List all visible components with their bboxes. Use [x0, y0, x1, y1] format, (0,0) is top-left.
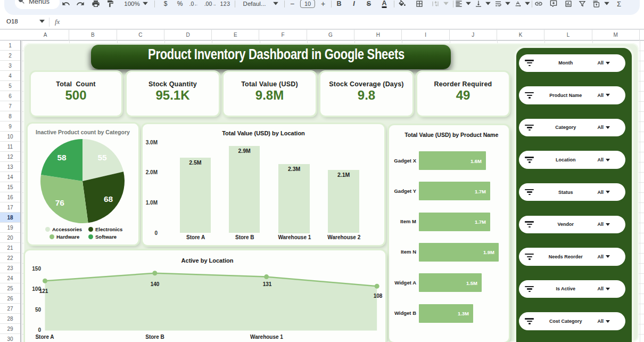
svg-text:58: 58	[57, 153, 67, 162]
svg-text:55: 55	[97, 153, 107, 162]
svg-text:68: 68	[104, 194, 113, 203]
svg-text:76: 76	[55, 198, 65, 207]
